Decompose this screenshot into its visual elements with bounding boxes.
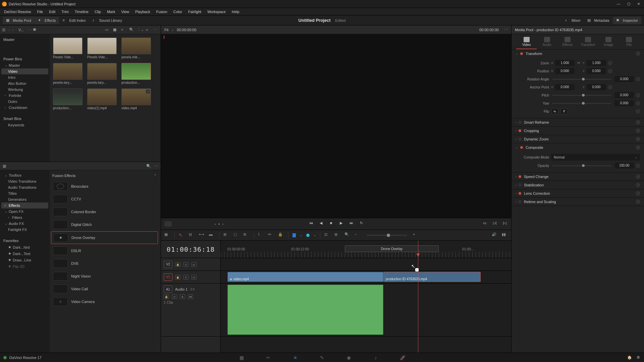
- fx-generators[interactable]: Generators: [1, 196, 48, 202]
- timeline-ruler[interactable]: 01:00:00:00 01:00:12:00 01:00:... Drone …: [221, 241, 511, 258]
- yaw-slider[interactable]: [552, 103, 611, 104]
- filter-icon[interactable]: ⫨: [145, 27, 151, 32]
- fx-video-trans[interactable]: Video Transitions: [1, 178, 48, 184]
- inspector-tab-effects[interactable]: Effects: [557, 37, 578, 49]
- effects-search-icon[interactable]: 🔍: [146, 164, 151, 168]
- zoom-slider[interactable]: [367, 235, 407, 236]
- fx-item[interactable]: Video Camera: [51, 296, 158, 308]
- menu-workspace[interactable]: Workspace: [205, 9, 228, 14]
- fx-filters[interactable]: ›Filters: [1, 215, 48, 221]
- full-extent-zoom-icon[interactable]: ⊡: [324, 232, 330, 238]
- menu-timeline[interactable]: Timeline: [72, 9, 91, 14]
- menu-edit[interactable]: Edit: [46, 9, 58, 14]
- section-lens[interactable]: ›Lens Correction↺: [512, 189, 644, 197]
- fx-item[interactable]: Drone Overlay: [51, 231, 158, 244]
- audio-mix-icon[interactable]: ▮▮: [502, 232, 508, 238]
- trim-tool-icon[interactable]: ⊟: [189, 232, 195, 238]
- reset-icon[interactable]: ↺: [636, 164, 640, 168]
- fx-item[interactable]: Video Call: [51, 283, 158, 295]
- sound-library-toggle[interactable]: ♪ Sound Library: [89, 17, 125, 24]
- page-fusion-icon[interactable]: ✎: [319, 355, 325, 360]
- options-icon[interactable]: ⋯: [153, 27, 159, 32]
- fx-fav-3[interactable]: ★ Flip 3D: [1, 263, 48, 269]
- fx-list-header[interactable]: Fusion Effects⌃: [51, 172, 158, 180]
- menu-clip[interactable]: Clip: [92, 9, 104, 14]
- viewer-tc-left[interactable]: 00:00:00:00: [177, 28, 196, 32]
- reset-icon[interactable]: ↺: [636, 145, 640, 149]
- bin-master-root[interactable]: Master: [1, 36, 48, 43]
- zoom-y-input[interactable]: 1.000: [587, 60, 606, 66]
- fx-fav-2[interactable]: ★ Draw...Line: [1, 257, 48, 263]
- fx-effects[interactable]: ›Effects: [1, 202, 48, 208]
- play-icon[interactable]: ▶: [338, 221, 344, 227]
- bin-werbung[interactable]: Werbung: [1, 86, 48, 93]
- clip-video-1[interactable]: ⬘video.mp4: [227, 272, 383, 282]
- fx-fairlight[interactable]: Fairlight FX: [1, 227, 48, 233]
- clip-thumb[interactable]: Pexels Vide...: [53, 38, 83, 59]
- menu-davinci[interactable]: DaVinci Resolve: [1, 9, 34, 14]
- track-auto-icon[interactable]: ◇: [183, 262, 189, 267]
- lock-icon[interactable]: 🔒: [278, 232, 284, 238]
- dynamic-trim-icon[interactable]: ⟷: [199, 232, 205, 238]
- effects-toggle[interactable]: ✦ Effects: [35, 17, 59, 24]
- inspector-tab-audio[interactable]: Audio: [537, 37, 557, 49]
- go-out-icon[interactable]: ▷|: [492, 221, 498, 227]
- scale-slider[interactable]: [27, 29, 37, 30]
- stop-icon[interactable]: ■: [328, 221, 334, 227]
- section-retime[interactable]: ›Retime and Scaling↺: [512, 198, 644, 206]
- insert-clip-icon[interactable]: ⊞: [223, 232, 229, 238]
- clip-audio-1[interactable]: [227, 285, 383, 335]
- bin-countdown[interactable]: ›Countdown: [1, 105, 48, 111]
- link-icon[interactable]: ⚯: [268, 232, 274, 238]
- reset-icon[interactable]: ↺: [636, 129, 640, 133]
- reset-icon[interactable]: ↺: [636, 137, 640, 141]
- reset-icon[interactable]: ↺: [636, 200, 640, 204]
- zoom-in-icon[interactable]: +: [413, 232, 419, 238]
- opacity-input[interactable]: 100.00: [614, 163, 634, 169]
- custom-zoom-icon[interactable]: 🔍: [344, 232, 351, 238]
- rotation-slider[interactable]: [552, 79, 611, 80]
- reset-icon[interactable]: ↺: [636, 93, 640, 97]
- bin-video[interactable]: Video: [1, 68, 48, 74]
- menu-view[interactable]: View: [118, 9, 132, 14]
- bin-master[interactable]: ⌄Master: [1, 62, 48, 68]
- menu-fairlight[interactable]: Fairlight: [185, 9, 204, 14]
- viewer[interactable]: [161, 34, 511, 218]
- pos-y-input[interactable]: 0.000: [587, 68, 606, 74]
- clip-thumb[interactable]: production...: [121, 63, 151, 84]
- clip-thumb[interactable]: video(1).mp4: [87, 88, 117, 110]
- clip-thumb[interactable]: pexels-tary...: [87, 63, 117, 84]
- clip-thumb[interactable]: pexels-tary...: [53, 63, 83, 84]
- bin-abo[interactable]: Abo Button: [1, 80, 48, 86]
- anchor-y-input[interactable]: 0.000: [587, 84, 606, 90]
- opacity-slider[interactable]: [552, 165, 611, 166]
- fx-fav-1[interactable]: ★ Dark...Text: [1, 250, 48, 257]
- bin-list-icon[interactable]: ▥: [2, 27, 7, 32]
- page-color-icon[interactable]: ◉: [345, 355, 352, 360]
- section-speed[interactable]: ›Speed Change↺: [512, 173, 644, 181]
- inspector-tab-video[interactable]: Video: [516, 37, 537, 49]
- fx-item[interactable]: DSLR: [51, 245, 158, 257]
- clip-thumb[interactable]: production...: [53, 88, 83, 110]
- playhead[interactable]: [418, 241, 418, 353]
- menu-color[interactable]: Color: [171, 9, 185, 14]
- clip-video-2[interactable]: production ID 4763035.mp4: [383, 272, 481, 282]
- track-header-a1[interactable]: A1 Audio 1 2.0 🔒 ◇ S M 1 Clip: [161, 284, 220, 337]
- flag-icon[interactable]: [292, 233, 296, 237]
- maximize-button[interactable]: ▢: [627, 2, 631, 6]
- anchor-x-input[interactable]: 0.000: [555, 84, 575, 90]
- link-icon[interactable]: ⚯: [577, 61, 581, 65]
- fx-toolbox[interactable]: ⌄Toolbox: [1, 172, 48, 178]
- first-frame-icon[interactable]: ⏮: [308, 221, 314, 227]
- viewer-tc-right[interactable]: 00:00:00:00: [479, 28, 499, 32]
- insert-mode-icon[interactable]: [164, 221, 172, 227]
- bin-outro[interactable]: Outro: [1, 99, 48, 105]
- rotation-input[interactable]: 0.000: [614, 76, 634, 82]
- page-cut-icon[interactable]: ✂: [265, 355, 272, 360]
- reset-icon[interactable]: ↺: [636, 175, 640, 179]
- replace-clip-icon[interactable]: ⧉: [244, 232, 250, 238]
- section-transform[interactable]: ⌄ Transform ↺: [512, 50, 644, 58]
- clip-thumb[interactable]: Pexels Vide...: [87, 38, 117, 59]
- inspector-tab-file[interactable]: File: [619, 37, 639, 49]
- zoom-out-icon[interactable]: −: [355, 232, 361, 238]
